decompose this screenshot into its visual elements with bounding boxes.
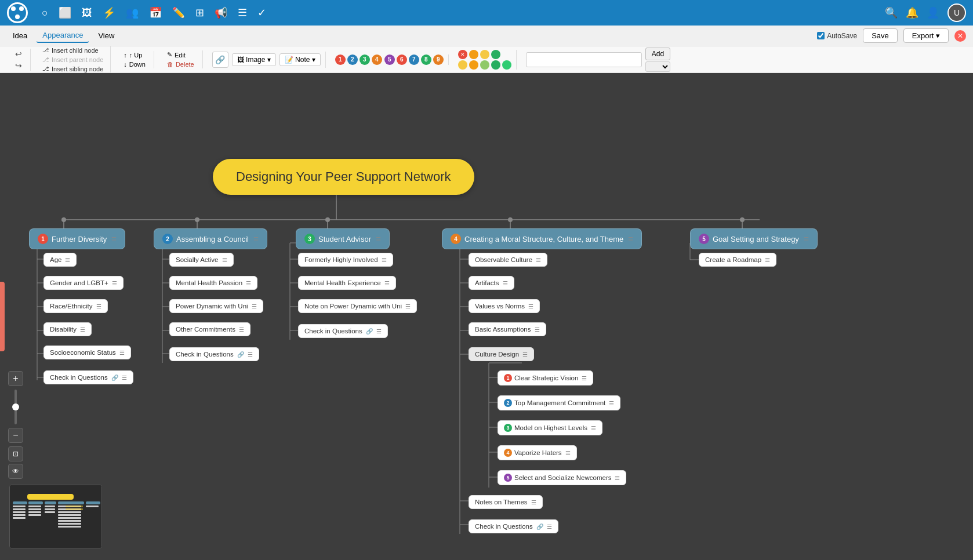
branch-node-further-diversity[interactable]: 1 Further Diversity ☰ bbox=[29, 228, 125, 249]
leaf-note-power-note[interactable]: ☰ bbox=[405, 303, 411, 310]
leaf-gender-lgbt[interactable]: Gender and LGBT+ ☰ bbox=[43, 276, 124, 290]
leaf-checkin-4-link[interactable]: 🔗 bbox=[536, 523, 543, 530]
leaf-power-dynamic[interactable]: Power Dynamic with Uni ☰ bbox=[169, 299, 263, 313]
leaf-checkin-3-note[interactable]: ☰ bbox=[376, 328, 382, 334]
bell-icon[interactable]: 🔔 bbox=[906, 6, 918, 19]
autosave-label[interactable]: AutoSave bbox=[817, 32, 857, 40]
root-node[interactable]: Designing Your Peer Support Network bbox=[213, 159, 474, 195]
priority-1-badge[interactable]: 1 bbox=[335, 54, 346, 65]
nav-check-icon[interactable]: ✓ bbox=[257, 6, 266, 19]
leaf-socialize-note[interactable]: ☰ bbox=[615, 475, 620, 481]
link-button[interactable]: 🔗 bbox=[212, 52, 228, 68]
leaf-mgmt-note[interactable]: ☰ bbox=[609, 400, 614, 406]
leaf-age[interactable]: Age ☰ bbox=[43, 253, 77, 267]
autosave-checkbox[interactable] bbox=[817, 32, 825, 39]
branch-2-note-icon[interactable]: ☰ bbox=[253, 236, 259, 242]
leaf-notes-themes[interactable]: Notes on Themes ☰ bbox=[469, 495, 543, 509]
leaf-create-roadmap[interactable]: Create a Roadmap ☰ bbox=[699, 253, 776, 267]
leaf-disability-note[interactable]: ☰ bbox=[80, 326, 85, 333]
close-button[interactable]: ✕ bbox=[954, 30, 966, 42]
priority-3-badge[interactable]: 3 bbox=[360, 54, 370, 65]
insert-child-button[interactable]: ⎇ Insert child node bbox=[40, 46, 106, 54]
leaf-roadmap-note[interactable]: ☰ bbox=[765, 257, 770, 263]
leaf-model-note[interactable]: ☰ bbox=[591, 425, 596, 431]
leaf-checkin-2-link[interactable]: 🔗 bbox=[237, 351, 244, 358]
app-logo[interactable] bbox=[7, 2, 28, 23]
leaf-culture-design[interactable]: Culture Design ☰ bbox=[469, 347, 534, 361]
nav-pen-icon[interactable]: ✏️ bbox=[172, 6, 185, 19]
add-tag-input[interactable] bbox=[526, 52, 642, 67]
status-green-2[interactable] bbox=[491, 60, 500, 70]
status-green-3[interactable] bbox=[502, 60, 511, 70]
leaf-clear-strategic-vision[interactable]: 1 Clear Strategic Vision ☰ bbox=[498, 370, 593, 386]
insert-parent-button[interactable]: ⎇ Insert parent node bbox=[40, 56, 106, 64]
leaf-formerly-involved[interactable]: Formerly Highly Involved ☰ bbox=[298, 253, 393, 267]
leaf-checkin-1[interactable]: Check in Questions 🔗 ☰ bbox=[43, 370, 133, 384]
nav-calendar-icon[interactable]: 📅 bbox=[149, 6, 162, 19]
leaf-race-ethnicity[interactable]: Race/Ethnicity ☰ bbox=[43, 299, 108, 313]
leaf-mh-exp-note[interactable]: ☰ bbox=[384, 280, 390, 286]
status-orange-1[interactable] bbox=[469, 50, 478, 59]
nav-megaphone-icon[interactable]: 📢 bbox=[215, 6, 227, 19]
search-icon[interactable]: 🔍 bbox=[885, 6, 898, 19]
leaf-checkin-1-note[interactable]: ☰ bbox=[122, 374, 127, 381]
avatar[interactable]: U bbox=[947, 3, 966, 22]
branch-node-goal-setting[interactable]: 5 Goal Setting and Strategy ☰ bbox=[690, 228, 818, 249]
insert-sibling-button[interactable]: ⎇ Insert sibling node bbox=[40, 65, 106, 73]
status-yellow-1[interactable] bbox=[480, 50, 489, 59]
zoom-plus-button[interactable]: + bbox=[8, 371, 23, 386]
leaf-basic-assumptions[interactable]: Basic Assumptions ☰ bbox=[469, 322, 546, 336]
priority-9-badge[interactable]: 9 bbox=[433, 54, 444, 65]
zoom-eye-button[interactable]: 👁 bbox=[8, 464, 23, 479]
nav-circle-icon[interactable]: ○ bbox=[42, 7, 48, 19]
leaf-model-highest[interactable]: 3 Model on Highest Levels ☰ bbox=[498, 420, 602, 435]
zoom-minus-button[interactable]: − bbox=[8, 428, 23, 443]
down-button[interactable]: ↓Down bbox=[120, 60, 149, 68]
priority-5-badge[interactable]: 5 bbox=[384, 54, 395, 65]
leaf-disability[interactable]: Disability ☰ bbox=[43, 322, 92, 336]
menu-item-idea[interactable]: Idea bbox=[7, 29, 33, 42]
up-button[interactable]: ↑↑ Up bbox=[120, 51, 149, 59]
nav-image-icon[interactable]: 🖼 bbox=[82, 7, 92, 19]
leaf-race-note[interactable]: ☰ bbox=[96, 303, 101, 310]
cancel-status-btn[interactable]: ✕ bbox=[458, 50, 467, 59]
nav-lightning-icon[interactable]: ⚡ bbox=[103, 6, 115, 19]
leaf-themes-note[interactable]: ☰ bbox=[531, 499, 536, 506]
nav-grid-icon[interactable]: ⊞ bbox=[195, 6, 204, 19]
nav-list-icon[interactable]: ☰ bbox=[238, 6, 247, 19]
leaf-artifacts-note[interactable]: ☰ bbox=[503, 280, 508, 286]
zoom-fit-button[interactable]: ⊡ bbox=[8, 446, 23, 461]
leaf-formerly-note[interactable]: ☰ bbox=[382, 257, 387, 263]
edit-button[interactable]: ✎Edit bbox=[164, 50, 198, 59]
branch-node-moral-structure[interactable]: 4 Creating a Moral Structure, Culture, a… bbox=[442, 228, 642, 249]
priority-7-badge[interactable]: 7 bbox=[409, 54, 419, 65]
leaf-checkin-4[interactable]: Check in Questions 🔗 ☰ bbox=[469, 519, 558, 533]
leaf-vaporize-note[interactable]: ☰ bbox=[565, 450, 571, 456]
status-green-1[interactable] bbox=[491, 50, 500, 59]
add-button[interactable]: Add bbox=[645, 48, 670, 60]
nav-users-icon[interactable]: 👥 bbox=[126, 6, 139, 19]
delete-button[interactable]: 🗑Delete bbox=[164, 60, 198, 68]
leaf-other-commitments[interactable]: Other Commitments ☰ bbox=[169, 322, 250, 336]
export-button[interactable]: Export ▾ bbox=[903, 28, 949, 43]
leaf-observable-culture[interactable]: Observable Culture ☰ bbox=[469, 253, 547, 267]
leaf-assumptions-note[interactable]: ☰ bbox=[535, 326, 540, 333]
priority-8-badge[interactable]: 8 bbox=[421, 54, 431, 65]
status-yellow-2[interactable] bbox=[458, 60, 467, 70]
status-orange-2[interactable] bbox=[469, 60, 478, 70]
leaf-checkin-3[interactable]: Check in Questions 🔗 ☰ bbox=[298, 324, 388, 338]
leaf-socially-active[interactable]: Socially Active ☰ bbox=[169, 253, 234, 267]
branch-node-student-advisor[interactable]: 3 Student Advisor ☰ bbox=[296, 228, 390, 249]
note-button[interactable]: 📝 Note ▾ bbox=[279, 53, 321, 66]
priority-6-badge[interactable]: 6 bbox=[397, 54, 407, 65]
tag-select[interactable] bbox=[645, 61, 670, 72]
image-button[interactable]: 🖼 Image ▾ bbox=[232, 53, 276, 66]
leaf-socially-note[interactable]: ☰ bbox=[222, 257, 227, 263]
leaf-artifacts[interactable]: Artifacts ☰ bbox=[469, 276, 514, 290]
zoom-slider-thumb[interactable] bbox=[12, 403, 19, 410]
leaf-age-note[interactable]: ☰ bbox=[65, 257, 70, 263]
priority-2-badge[interactable]: 2 bbox=[347, 54, 358, 65]
status-lightgreen[interactable] bbox=[480, 60, 489, 70]
leaf-mental-health-exp[interactable]: Mental Health Experience ☰ bbox=[298, 276, 396, 290]
leaf-gender-note[interactable]: ☰ bbox=[112, 280, 117, 286]
